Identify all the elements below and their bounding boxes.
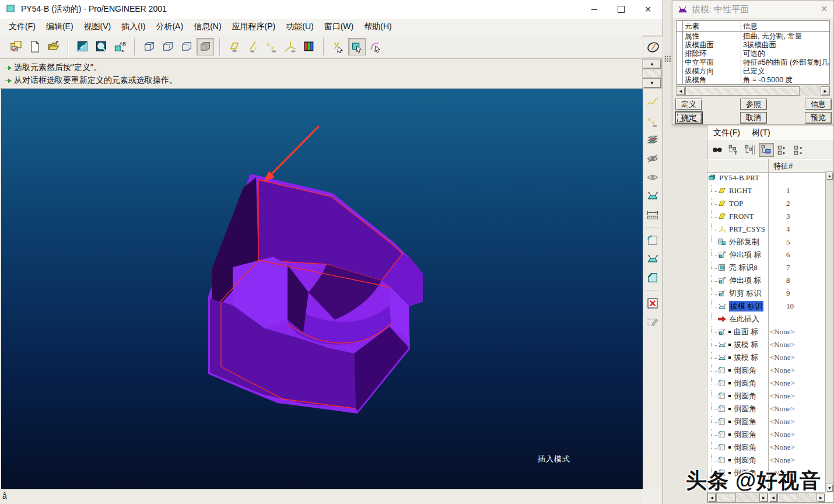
show-item-button[interactable] [644,169,661,186]
info-pencil-button[interactable] [643,36,663,58]
part-model[interactable] [208,174,423,414]
tree-item[interactable]: 伸出项 标 [707,274,768,287]
sash-grip-icon[interactable] [664,55,672,64]
tree-item[interactable]: 拔模 标 [707,351,768,364]
measure-button[interactable] [644,206,661,223]
filter-feature-button[interactable] [348,38,366,55]
tree-highlight-button[interactable] [759,143,774,157]
open-folder-button[interactable] [45,38,62,55]
table-row[interactable]: 拔模角角 = -0.5000 度 [677,76,829,85]
view-wireframe-button[interactable] [141,38,158,55]
view-nohidden-button[interactable] [178,38,195,55]
filter-datum-button[interactable]: x [330,38,347,55]
minimize-button[interactable]: ─ [581,0,608,19]
table-row[interactable]: 拔模方向已定义 [677,67,829,76]
tree-menu-file[interactable]: 文件(F) [707,127,746,139]
graphics-viewport[interactable]: 插入模式 [1,89,643,489]
info-button[interactable]: 信息 [805,99,832,110]
table-row[interactable]: 属性扭曲, 无分割, 常量 [677,32,829,41]
copy-stack-button[interactable] [8,38,25,55]
menu-item-3[interactable]: 插入(I) [116,20,150,34]
scroll-left-icon[interactable]: ◄ [676,86,685,96]
menu-item-8[interactable]: 窗口(W) [319,20,359,34]
annotate-ab-button[interactable]: AB [111,38,129,55]
draft-tool-button[interactable] [644,187,661,205]
tree-item[interactable]: 曲面 标 [707,326,768,338]
tree-item[interactable]: PY54-B.PRT [707,172,768,184]
define-button[interactable]: 定义 [675,99,702,110]
tree-item[interactable]: xPRT_CSYS [707,223,768,236]
collapse-all-button[interactable] [791,143,807,157]
scroll-track[interactable] [800,86,821,96]
draft-tool2-button[interactable] [644,250,661,268]
datum-point2-button[interactable]: xx [644,113,661,130]
tree-item[interactable]: 倒圆角 [707,390,768,402]
menu-item-5[interactable]: 信息(N) [188,20,226,34]
menu-item-9[interactable]: 帮助(H) [359,20,397,34]
tree-item[interactable]: 拔模 标识 [707,300,768,313]
datum-plane-button[interactable] [226,38,243,55]
tree-vscrollbar[interactable]: ▲ ▼ [825,172,833,492]
scroll-down-icon[interactable]: ▼ [643,78,661,88]
zoom-view-button[interactable] [93,38,110,55]
scroll-right-icon[interactable]: ► [821,86,830,96]
tree-item[interactable]: 壳 标识8 [707,261,768,274]
round-tool-button[interactable] [644,232,661,249]
message-scrollbar[interactable]: ▲ ▼ [642,58,662,89]
datum-axis-button[interactable]: x [244,38,262,55]
repaint-button[interactable] [74,38,92,55]
tree-item[interactable]: 倒圆角 [707,402,768,415]
tree-item[interactable]: 切剪 标识 [707,287,768,300]
tree-item[interactable]: 倒圆角 [707,377,768,390]
tree-columns-button[interactable] [742,143,758,157]
table-row[interactable]: 拔模曲面3拔模曲面 [677,41,829,50]
dialog-close-button[interactable]: ✕ [821,4,828,13]
expand-all-button[interactable] [775,143,790,157]
search-button[interactable] [710,143,725,157]
menu-item-6[interactable]: 应用程序(P) [227,20,281,34]
ok-button[interactable]: 确定 [675,112,702,124]
table-row[interactable]: 中立平面特征#5的曲面 (外部复制几 [677,58,829,67]
tree-item[interactable]: 倒圆角 [707,454,768,467]
menu-item-0[interactable]: 文件(F) [3,20,41,34]
spline-button[interactable] [644,94,661,111]
scroll-thumb[interactable] [685,86,800,96]
filter-round-button[interactable] [367,38,384,55]
tree-item[interactable]: 倒圆角 [707,428,768,441]
new-file-button[interactable] [26,38,44,55]
delete-x-button[interactable] [644,295,661,312]
hide-item-button[interactable] [644,150,661,167]
close-button[interactable]: ✕ [635,0,661,19]
scroll-up-icon[interactable]: ▲ [826,172,833,180]
table-row[interactable]: 排除环可选的 [677,50,829,58]
scroll-thumb[interactable] [643,69,661,78]
scroll-up-icon[interactable]: ▲ [643,59,661,69]
scroll-down-icon[interactable]: ▼ [826,484,833,492]
refs-button[interactable]: 参照 [740,99,767,110]
tree-item[interactable]: 外部复制 [707,236,768,249]
menu-item-7[interactable]: 功能(U) [281,20,318,34]
cancel-button[interactable]: 取消 [740,112,767,124]
tree-item[interactable]: 倒圆角 [707,441,768,454]
chamfer-tool-button[interactable] [644,269,661,286]
preview-button[interactable]: 预览 [805,112,832,124]
tree-menu-tree[interactable]: 树(T) [746,127,776,139]
menu-item-4[interactable]: 分析(A) [150,20,188,34]
datum-point-button[interactable]: xx [263,38,281,55]
menu-item-2[interactable]: 视图(V) [79,20,117,34]
tree-item[interactable]: 伸出项 标 [707,249,768,261]
tree-item[interactable]: 倒圆角 [707,415,768,428]
tree-item[interactable]: 在此插入 [707,313,768,326]
appearance-button[interactable] [300,38,318,55]
tree-item[interactable]: 拔模 标 [707,338,768,351]
view-shaded-button[interactable] [197,38,214,55]
layers-button[interactable] [644,131,661,149]
redefine-button[interactable] [644,313,661,331]
tree-item[interactable]: RIGHT [707,184,768,197]
tree-item[interactable]: 倒圆角 [707,364,768,377]
table-hscrollbar[interactable]: ◄ ► [676,86,830,96]
menu-item-1[interactable]: 编辑(E) [41,20,79,34]
maximize-button[interactable] [608,0,635,19]
csys-button[interactable]: z [282,38,299,55]
tree-item[interactable]: FRONT [707,210,768,223]
